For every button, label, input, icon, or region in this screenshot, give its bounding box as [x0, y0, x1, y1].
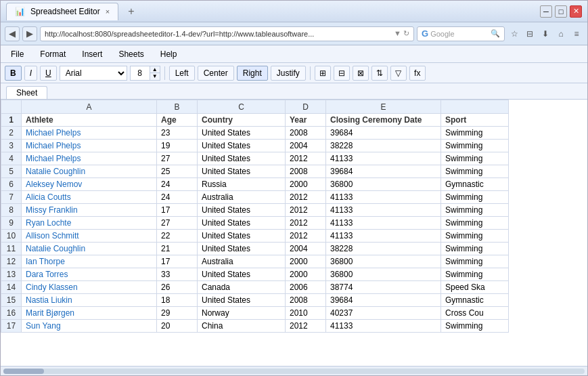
col-header-b[interactable]: B: [157, 100, 198, 114]
cell-c16[interactable]: Norway: [198, 307, 286, 320]
cell-e8[interactable]: 41133: [326, 204, 441, 217]
cell-a17[interactable]: Sun Yang: [22, 320, 157, 333]
cell-f12[interactable]: Swimming: [441, 255, 509, 268]
cell-c4[interactable]: United States: [198, 152, 286, 165]
refresh-icon[interactable]: ↻: [403, 29, 409, 38]
align-right-button[interactable]: Right: [237, 66, 268, 81]
cell-e17[interactable]: 41133: [326, 320, 441, 333]
align-left-button[interactable]: Left: [169, 66, 195, 81]
cell-f2[interactable]: Swimming: [441, 127, 509, 140]
font-select[interactable]: Arial: [60, 66, 127, 81]
italic-button[interactable]: I: [24, 66, 37, 81]
cell-a13[interactable]: Dara Torres: [22, 268, 157, 281]
cell-a14[interactable]: Cindy Klassen: [22, 281, 157, 294]
bookmark-list-icon[interactable]: ⊟: [523, 27, 537, 41]
cell-f17[interactable]: Swimming: [441, 320, 509, 333]
merge-icon[interactable]: ⊠: [353, 66, 369, 81]
cell-a12[interactable]: Ian Thorpe: [22, 255, 157, 268]
cell-b10[interactable]: 22: [157, 230, 198, 243]
cell-f14[interactable]: Speed Ska: [441, 281, 509, 294]
url-box[interactable]: http://localhost:8080/spreadsheeteditor-…: [40, 26, 414, 41]
search-box[interactable]: G Google 🔍: [417, 26, 505, 41]
cell-b8[interactable]: 17: [157, 204, 198, 217]
cell-b6[interactable]: 24: [157, 178, 198, 191]
underline-button[interactable]: U: [40, 66, 57, 81]
cell-d16[interactable]: 2010: [286, 307, 326, 320]
maximize-button[interactable]: □: [555, 5, 567, 18]
cell-d7[interactable]: 2012: [286, 191, 326, 204]
cell-b13[interactable]: 33: [157, 268, 198, 281]
cell-c11[interactable]: United States: [198, 243, 286, 255]
cell-c12[interactable]: Australia: [198, 255, 286, 268]
cell-f4[interactable]: Swimming: [441, 152, 509, 165]
font-size-input[interactable]: [131, 66, 150, 80]
cell-d4[interactable]: 2012: [286, 152, 326, 165]
cell-f6[interactable]: Gymnastic: [441, 178, 509, 191]
bookmark-star-icon[interactable]: ☆: [507, 27, 521, 41]
cell-f5[interactable]: Swimming: [441, 165, 509, 178]
cell-f8[interactable]: Swimming: [441, 204, 509, 217]
menu-icon[interactable]: ≡: [570, 27, 583, 41]
cell-f3[interactable]: Swimming: [441, 140, 509, 152]
back-button[interactable]: ◀: [5, 26, 20, 41]
cell-b3[interactable]: 19: [157, 140, 198, 152]
align-center-button[interactable]: Center: [198, 66, 234, 81]
cell-e11[interactable]: 38228: [326, 243, 441, 255]
cell-a10[interactable]: Allison Schmitt: [22, 230, 157, 243]
cell-f7[interactable]: Swimming: [441, 191, 509, 204]
cell-b15[interactable]: 18: [157, 294, 198, 307]
cell-a9[interactable]: Ryan Lochte: [22, 217, 157, 230]
cell-c2[interactable]: United States: [198, 127, 286, 140]
hscroll-thumb[interactable]: [3, 369, 44, 374]
cell-f15[interactable]: Gymnastic: [441, 294, 509, 307]
download-icon[interactable]: ⬇: [539, 27, 552, 41]
menu-format[interactable]: Format: [32, 47, 73, 61]
cell-d1[interactable]: Year: [286, 114, 326, 127]
cell-b1[interactable]: Age: [157, 114, 198, 127]
filter-icon[interactable]: ▽: [390, 66, 407, 81]
cell-a6[interactable]: Aleksey Nemov: [22, 178, 157, 191]
cell-a7[interactable]: Alicia Coutts: [22, 191, 157, 204]
cell-d10[interactable]: 2012: [286, 230, 326, 243]
cell-a15[interactable]: Nastia Liukin: [22, 294, 157, 307]
cell-a2[interactable]: Michael Phelps: [22, 127, 157, 140]
cell-b9[interactable]: 27: [157, 217, 198, 230]
cell-d8[interactable]: 2012: [286, 204, 326, 217]
col-header-e[interactable]: E: [326, 100, 441, 114]
cell-a5[interactable]: Natalie Coughlin: [22, 165, 157, 178]
menu-sheets[interactable]: Sheets: [111, 47, 151, 61]
cell-d14[interactable]: 2006: [286, 281, 326, 294]
cell-d3[interactable]: 2004: [286, 140, 326, 152]
cell-a8[interactable]: Missy Franklin: [22, 204, 157, 217]
menu-help[interactable]: Help: [153, 47, 185, 61]
cell-b4[interactable]: 27: [157, 152, 198, 165]
cell-b17[interactable]: 20: [157, 320, 198, 333]
cell-f16[interactable]: Cross Cou: [441, 307, 509, 320]
formula-icon[interactable]: fx: [409, 66, 426, 81]
cell-f9[interactable]: Swimming: [441, 217, 509, 230]
cell-c9[interactable]: United States: [198, 217, 286, 230]
new-tab-button[interactable]: +: [124, 5, 138, 18]
cell-e14[interactable]: 38774: [326, 281, 441, 294]
menu-insert[interactable]: Insert: [74, 47, 110, 61]
cell-e15[interactable]: 39684: [326, 294, 441, 307]
cell-c17[interactable]: China: [198, 320, 286, 333]
cell-c15[interactable]: United States: [198, 294, 286, 307]
col-header-f[interactable]: [441, 100, 509, 114]
cell-d17[interactable]: 2012: [286, 320, 326, 333]
cell-c3[interactable]: United States: [198, 140, 286, 152]
cell-d6[interactable]: 2000: [286, 178, 326, 191]
cell-a4[interactable]: Michael Phelps: [22, 152, 157, 165]
cell-d12[interactable]: 2000: [286, 255, 326, 268]
cell-d9[interactable]: 2012: [286, 217, 326, 230]
cell-c14[interactable]: Canada: [198, 281, 286, 294]
cell-a11[interactable]: Natalie Coughlin: [22, 243, 157, 255]
browser-tab[interactable]: 📊 Spreadsheet Editor ×: [6, 3, 118, 20]
cell-e2[interactable]: 39684: [326, 127, 441, 140]
sheet-tab-sheet[interactable]: Sheet: [6, 86, 47, 99]
cell-b14[interactable]: 26: [157, 281, 198, 294]
cell-c6[interactable]: Russia: [198, 178, 286, 191]
cell-e7[interactable]: 41133: [326, 191, 441, 204]
col-header-d[interactable]: D: [286, 100, 326, 114]
cell-f13[interactable]: Swimming: [441, 268, 509, 281]
